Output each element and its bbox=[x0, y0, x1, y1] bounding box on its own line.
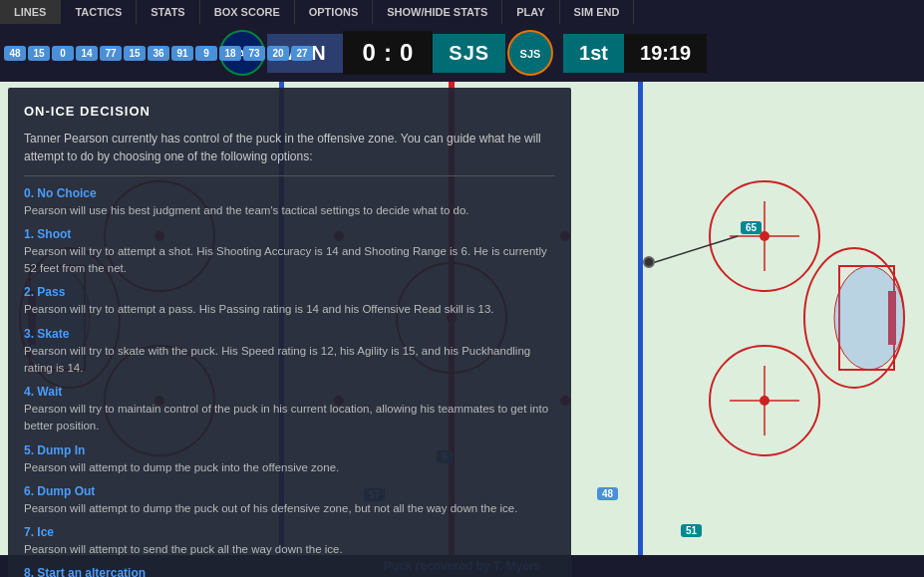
panel-title: ON-ICE DECISION bbox=[24, 102, 555, 122]
menu-showhide[interactable]: Show/Hide Stats bbox=[373, 0, 502, 24]
option-3-title[interactable]: 3. Skate bbox=[24, 325, 555, 343]
player-strip-num[interactable]: 36 bbox=[148, 46, 169, 61]
player-strip-num[interactable]: 48 bbox=[4, 46, 26, 61]
menu-options[interactable]: Options bbox=[295, 0, 374, 24]
score-home: 0 bbox=[400, 39, 413, 67]
menu-simend[interactable]: Sim End bbox=[560, 0, 635, 24]
score-separator: : bbox=[384, 39, 392, 67]
option-4-desc: Pearson will try to maintain control of … bbox=[24, 401, 555, 435]
player-strip-num[interactable]: 14 bbox=[76, 46, 98, 61]
player-strip-num[interactable]: 20 bbox=[267, 46, 289, 61]
decision-intro: Tanner Pearson currently has control of … bbox=[24, 130, 555, 165]
player-strip-num[interactable]: 0 bbox=[52, 46, 74, 61]
menu-bar: Lines Tactics Stats Box Score Options Sh… bbox=[0, 0, 924, 24]
option-4: 4. Wait Pearson will try to maintain con… bbox=[24, 383, 555, 435]
option-1: 1. Shoot Pearson will try to attempt a s… bbox=[24, 225, 555, 278]
sjs-logo: SJS bbox=[505, 28, 555, 78]
option-7-title[interactable]: 7. Ice bbox=[24, 523, 555, 541]
option-6-title[interactable]: 6. Dump Out bbox=[24, 482, 555, 500]
option-5: 5. Dump In Pearson will attempt to dump … bbox=[24, 441, 555, 476]
option-1-desc: Pearson will try to attempt a shot. His … bbox=[24, 243, 555, 278]
svg-rect-7 bbox=[638, 82, 643, 555]
period-display: 1st bbox=[563, 34, 624, 73]
players-strip: 481501477153691918732027 bbox=[0, 24, 313, 82]
option-3: 3. Skate Pearson will try to skate with … bbox=[24, 325, 555, 378]
option-2: 2. Pass Pearson will try to attempt a pa… bbox=[24, 283, 555, 318]
team-name-home: SJS bbox=[433, 34, 505, 73]
player-badge-51: 51 bbox=[681, 524, 702, 537]
svg-text:SJS: SJS bbox=[520, 48, 541, 60]
player-strip-num[interactable]: 15 bbox=[28, 46, 50, 61]
player-strip-num[interactable]: 91 bbox=[171, 46, 193, 61]
menu-tactics[interactable]: Tactics bbox=[61, 0, 137, 24]
time-display: 19:19 bbox=[624, 34, 707, 73]
menu-lines[interactable]: Lines bbox=[0, 0, 61, 24]
option-8-title[interactable]: 8. Start an altercation bbox=[24, 564, 555, 577]
decision-panel: ON-ICE DECISION Tanner Pearson currently… bbox=[8, 88, 571, 577]
option-5-desc: Pearson will attempt to dump the puck in… bbox=[24, 459, 555, 476]
player-strip-num[interactable]: 77 bbox=[100, 46, 122, 61]
player-strip-num[interactable]: 27 bbox=[291, 46, 313, 61]
divider bbox=[24, 175, 555, 176]
option-6-desc: Pearson will attempt to dump the puck ou… bbox=[24, 500, 555, 517]
score-display: 0 : 0 bbox=[343, 31, 434, 75]
option-0-desc: Pearson will use his best judgment and t… bbox=[24, 202, 555, 219]
option-1-title[interactable]: 1. Shoot bbox=[24, 225, 555, 243]
score-away: 0 bbox=[363, 39, 376, 67]
option-7: 7. Ice Pearson will attempt to send the … bbox=[24, 523, 555, 558]
option-8: 8. Start an altercation Pearson will att… bbox=[24, 564, 555, 577]
menu-stats[interactable]: Stats bbox=[137, 0, 199, 24]
option-3-desc: Pearson will try to skate with the puck.… bbox=[24, 343, 555, 378]
puck bbox=[643, 256, 655, 268]
menu-boxscore[interactable]: Box Score bbox=[200, 0, 295, 24]
option-2-desc: Pearson will try to attempt a pass. His … bbox=[24, 301, 555, 318]
option-5-title[interactable]: 5. Dump In bbox=[24, 441, 555, 459]
option-7-desc: Pearson will attempt to send the puck al… bbox=[24, 541, 555, 558]
player-strip-num[interactable]: 9 bbox=[195, 46, 217, 61]
option-6: 6. Dump Out Pearson will attempt to dump… bbox=[24, 482, 555, 517]
option-4-title[interactable]: 4. Wait bbox=[24, 383, 555, 401]
player-strip-num[interactable]: 73 bbox=[243, 46, 265, 61]
score-bar: 481501477153691918732027 VAN VAN 0 : 0 S… bbox=[0, 24, 924, 82]
option-0: 0. No Choice Pearson will use his best j… bbox=[24, 184, 555, 219]
menu-play[interactable]: Play bbox=[502, 0, 559, 24]
player-badge-48: 48 bbox=[597, 487, 618, 500]
option-2-title[interactable]: 2. Pass bbox=[24, 283, 555, 301]
player-strip-num[interactable]: 18 bbox=[219, 46, 241, 61]
player-strip-num[interactable]: 15 bbox=[124, 46, 146, 61]
option-0-title[interactable]: 0. No Choice bbox=[24, 184, 555, 202]
player-badge-65: 65 bbox=[741, 221, 762, 234]
svg-point-29 bbox=[834, 266, 904, 370]
